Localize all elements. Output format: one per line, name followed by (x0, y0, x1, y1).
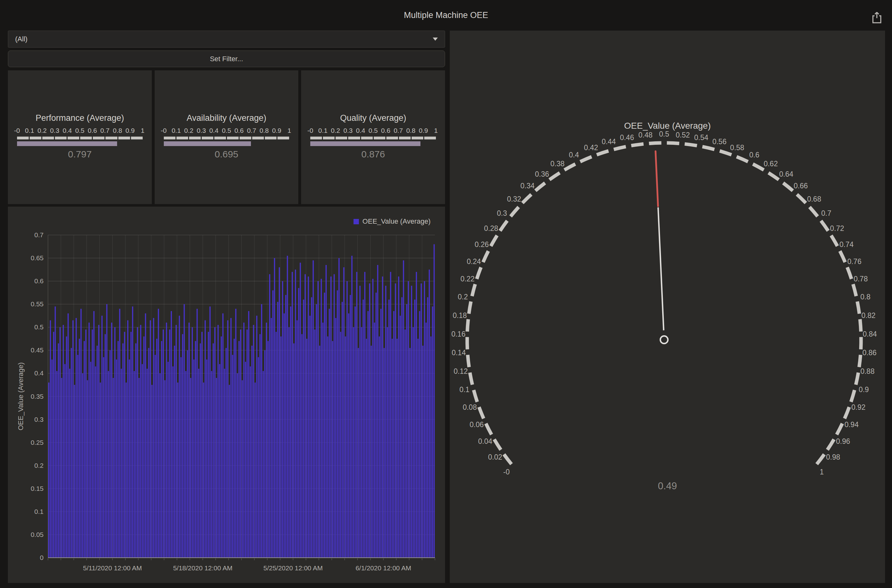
bar[interactable] (387, 327, 388, 558)
bar[interactable] (171, 311, 172, 558)
bar[interactable] (229, 385, 230, 558)
bar[interactable] (353, 327, 354, 558)
bar[interactable] (300, 263, 301, 558)
bar[interactable] (206, 360, 208, 558)
bar[interactable] (347, 281, 348, 558)
bar[interactable] (100, 382, 101, 558)
bar[interactable] (277, 302, 278, 558)
bar[interactable] (316, 304, 317, 558)
bar[interactable] (247, 330, 248, 558)
bar[interactable] (298, 288, 299, 558)
share-button[interactable] (870, 11, 884, 25)
bar[interactable] (272, 290, 274, 558)
bar[interactable] (421, 283, 422, 558)
bar[interactable] (98, 325, 99, 558)
bar[interactable] (179, 316, 180, 558)
bar[interactable] (61, 378, 63, 558)
bar[interactable] (381, 309, 382, 558)
bar[interactable] (253, 325, 254, 558)
bar[interactable] (382, 277, 383, 558)
bar[interactable] (366, 339, 367, 558)
bar[interactable] (192, 327, 193, 558)
bar[interactable] (345, 337, 346, 558)
bar[interactable] (401, 297, 402, 558)
bar[interactable] (303, 300, 304, 558)
bar[interactable] (221, 337, 222, 558)
bar[interactable] (258, 357, 259, 558)
bar[interactable] (370, 346, 372, 558)
bar[interactable] (329, 309, 330, 558)
bar[interactable] (127, 320, 128, 558)
bar[interactable] (158, 309, 159, 558)
bar[interactable] (68, 313, 69, 558)
bar[interactable] (348, 313, 349, 558)
bar[interactable] (187, 350, 188, 558)
bar[interactable] (369, 283, 370, 558)
bar[interactable] (122, 343, 124, 558)
bar[interactable] (51, 360, 53, 558)
bar[interactable] (143, 337, 144, 558)
bar[interactable] (116, 360, 117, 558)
bar[interactable] (367, 311, 369, 558)
bar[interactable] (251, 346, 253, 558)
bar[interactable] (156, 339, 158, 558)
bar[interactable] (224, 369, 226, 558)
bar[interactable] (385, 286, 387, 558)
bar[interactable] (408, 281, 409, 558)
bar[interactable] (74, 385, 75, 558)
bar[interactable] (108, 371, 109, 558)
bar[interactable] (219, 364, 220, 558)
bar[interactable] (430, 337, 432, 558)
bar[interactable] (82, 373, 83, 558)
bar[interactable] (379, 337, 380, 558)
bar[interactable] (132, 307, 133, 558)
bar[interactable] (230, 318, 232, 558)
bar[interactable] (411, 286, 412, 558)
bar[interactable] (355, 307, 356, 558)
bar[interactable] (96, 346, 98, 558)
bar[interactable] (332, 341, 333, 558)
bar[interactable] (279, 267, 280, 558)
bar[interactable] (266, 323, 267, 558)
bar[interactable] (406, 304, 408, 558)
bar[interactable] (66, 337, 67, 558)
bar[interactable] (72, 320, 74, 558)
bar[interactable] (259, 334, 261, 558)
bar[interactable] (177, 382, 178, 558)
bar[interactable] (409, 348, 411, 558)
bar[interactable] (422, 346, 424, 558)
bar[interactable] (58, 343, 59, 558)
bar[interactable] (222, 313, 224, 558)
bar[interactable] (56, 371, 57, 558)
bar[interactable] (360, 286, 361, 558)
bar[interactable] (198, 369, 200, 558)
bar[interactable] (261, 304, 262, 558)
bar[interactable] (216, 378, 217, 558)
bar[interactable] (164, 380, 166, 558)
bar[interactable] (92, 330, 93, 558)
bar[interactable] (181, 357, 182, 558)
bar[interactable] (84, 341, 85, 558)
bar[interactable] (263, 371, 264, 558)
bar[interactable] (71, 348, 72, 558)
bar[interactable] (174, 346, 175, 558)
bar[interactable] (284, 313, 285, 558)
bar[interactable] (159, 373, 161, 558)
bar[interactable] (334, 274, 335, 558)
bar[interactable] (390, 272, 391, 558)
bar[interactable] (363, 300, 364, 558)
bar[interactable] (396, 339, 398, 558)
bar[interactable] (214, 327, 215, 558)
bar[interactable] (202, 332, 203, 558)
bar[interactable] (248, 311, 249, 558)
bar[interactable] (392, 339, 393, 558)
bar[interactable] (111, 323, 112, 558)
bar[interactable] (337, 290, 338, 558)
bar[interactable] (274, 258, 275, 558)
bar[interactable] (138, 378, 140, 558)
bar[interactable] (166, 323, 167, 558)
bar[interactable] (309, 316, 311, 558)
bar[interactable] (142, 364, 143, 558)
bar[interactable] (95, 366, 96, 558)
bar[interactable] (376, 293, 377, 558)
